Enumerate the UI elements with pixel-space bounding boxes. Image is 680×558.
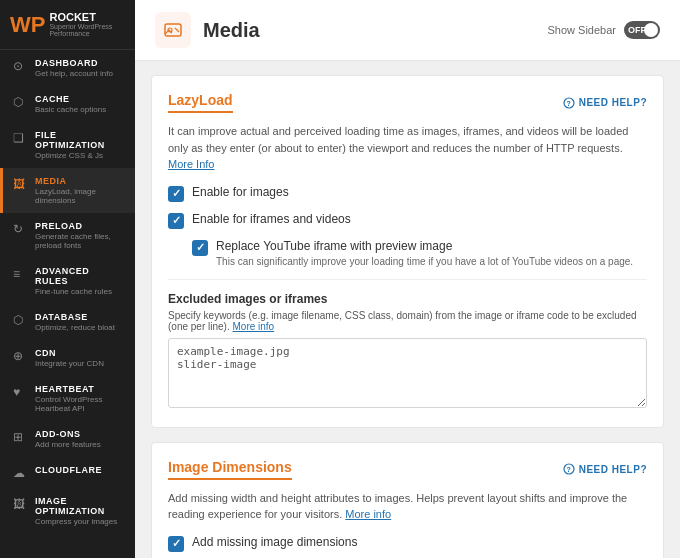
cloudflare-icon: ☁ (13, 466, 27, 480)
lazyload-section-header: LazyLoad ? NEED HELP? (168, 92, 647, 113)
sidebar-item-cache-sub: Basic cache options (35, 105, 106, 114)
sidebar-item-cache-title: CACHE (35, 94, 106, 104)
image-dimensions-need-help-label: NEED HELP? (579, 464, 647, 475)
sidebar-item-cloudflare-title: Cloudflare (35, 465, 102, 475)
sidebar-item-media-sub: LazyLoad, image dimensions (35, 187, 125, 205)
file-optimization-icon: ❑ (13, 131, 27, 145)
show-sidebar-toggle[interactable]: OFF (624, 21, 660, 39)
cdn-icon: ⊕ (13, 349, 27, 363)
lazyload-section: LazyLoad ? NEED HELP? It can improve act… (151, 75, 664, 428)
image-dimensions-description: Add missing width and height attributes … (168, 490, 647, 523)
replace-youtube-checkbox[interactable] (192, 240, 208, 256)
image-dimensions-section-header: Image Dimensions ? NEED HELP? (168, 459, 647, 480)
logo: WP ROCKET Superior WordPress Performance (0, 0, 135, 50)
svg-text:?: ? (566, 100, 571, 107)
sidebar-item-dashboard-sub: Get help, account info (35, 69, 113, 78)
heartbeat-icon: ♥ (13, 385, 27, 399)
svg-rect-0 (165, 24, 181, 36)
sidebar-item-heartbeat[interactable]: ♥ HEARTBEAT Control WordPress Heartbeat … (0, 376, 135, 421)
page-header: Media Show Sidebar OFF (135, 0, 680, 61)
sidebar-item-image-optimization-title: IMAGE OPTIMIZATION (35, 496, 125, 516)
sidebar-item-add-ons-title: ADD-ONS (35, 429, 101, 439)
image-dimensions-section: Image Dimensions ? NEED HELP? Add missin… (151, 442, 664, 559)
sidebar-item-preload-sub: Generate cache files, preload fonts (35, 232, 125, 250)
excluded-textarea[interactable] (168, 338, 647, 408)
sidebar-item-database-sub: Optimize, reduce bloat (35, 323, 115, 332)
advanced-rules-icon: ≡ (13, 267, 27, 281)
enable-images-checkbox[interactable] (168, 186, 184, 202)
sidebar-item-preload-title: PRELOAD (35, 221, 125, 231)
enable-iframes-checkbox[interactable] (168, 213, 184, 229)
page-icon (155, 12, 191, 48)
sidebar-item-advanced-rules-title: ADVANCED RULES (35, 266, 125, 286)
add-image-dimensions-option: Add missing image dimensions (168, 535, 647, 552)
image-dimensions-more-info-link[interactable]: More info (345, 508, 391, 520)
image-dimensions-need-help[interactable]: ? NEED HELP? (563, 463, 647, 475)
replace-youtube-option: Replace YouTube iframe with preview imag… (192, 239, 647, 267)
enable-images-option: Enable for images (168, 185, 647, 202)
sidebar-item-database-title: DATABASE (35, 312, 115, 322)
excluded-sub: Specify keywords (e.g. image filename, C… (168, 310, 647, 332)
sidebar-item-cache[interactable]: ⬡ CACHE Basic cache options (0, 86, 135, 122)
page-title-area: Media (155, 12, 260, 48)
show-sidebar-area: Show Sidebar OFF (548, 21, 661, 39)
sidebar-item-file-optimization-sub: Optimize CSS & Js (35, 151, 125, 160)
replace-youtube-label: Replace YouTube iframe with preview imag… (216, 239, 633, 253)
logo-wp: WP (10, 12, 45, 37)
sidebar-item-heartbeat-sub: Control WordPress Heartbeat API (35, 395, 125, 413)
preload-icon: ↻ (13, 222, 27, 236)
excluded-section: Excluded images or iframes Specify keywo… (168, 292, 647, 411)
divider (168, 279, 647, 280)
sidebar-item-image-optimization[interactable]: 🖼 IMAGE OPTIMIZATION Compress your image… (0, 488, 135, 534)
replace-youtube-row: Replace YouTube iframe with preview imag… (192, 239, 647, 267)
enable-iframes-label: Enable for iframes and videos (192, 212, 351, 226)
sidebar-item-preload[interactable]: ↻ PRELOAD Generate cache files, preload … (0, 213, 135, 258)
sidebar-item-dashboard[interactable]: ⊙ DASHBOARD Get help, account info (0, 50, 135, 86)
excluded-label: Excluded images or iframes (168, 292, 647, 306)
main-content: Media Show Sidebar OFF LazyLoad ? NEED H… (135, 0, 680, 558)
help-icon: ? (563, 97, 575, 109)
enable-iframes-option: Enable for iframes and videos (168, 212, 647, 229)
sidebar-item-heartbeat-title: HEARTBEAT (35, 384, 125, 394)
sidebar-item-media[interactable]: 🖼 MEDIA LazyLoad, image dimensions (0, 168, 135, 213)
sidebar-item-file-optimization[interactable]: ❑ FILE OPTIMIZATION Optimize CSS & Js (0, 122, 135, 168)
enable-images-label: Enable for images (192, 185, 289, 199)
lazyload-title: LazyLoad (168, 92, 233, 113)
lazyload-need-help[interactable]: ? NEED HELP? (563, 97, 647, 109)
sidebar-item-add-ons-sub: Add more features (35, 440, 101, 449)
lazyload-need-help-label: NEED HELP? (579, 97, 647, 108)
replace-youtube-sub: This can significantly improve your load… (216, 256, 633, 267)
sidebar-nav: ⊙ DASHBOARD Get help, account info ⬡ CAC… (0, 50, 135, 558)
image-dimensions-title: Image Dimensions (168, 459, 292, 480)
page-title: Media (203, 19, 260, 42)
sidebar-item-file-optimization-title: FILE OPTIMIZATION (35, 130, 125, 150)
sidebar-item-cloudflare[interactable]: ☁ Cloudflare (0, 457, 135, 488)
lazyload-description: It can improve actual and perceived load… (168, 123, 647, 173)
sidebar-item-advanced-rules[interactable]: ≡ ADVANCED RULES Fine-tune cache rules (0, 258, 135, 304)
help-icon-2: ? (563, 463, 575, 475)
toggle-knob (644, 23, 658, 37)
sidebar-item-dashboard-title: DASHBOARD (35, 58, 113, 68)
svg-text:?: ? (566, 466, 571, 473)
sidebar-item-cdn[interactable]: ⊕ CDN Integrate your CDN (0, 340, 135, 376)
media-icon: 🖼 (13, 177, 27, 191)
sidebar-item-database[interactable]: ⬡ DATABASE Optimize, reduce bloat (0, 304, 135, 340)
sidebar-item-add-ons[interactable]: ⊞ ADD-ONS Add more features (0, 421, 135, 457)
logo-sub: Superior WordPress Performance (49, 23, 125, 37)
sidebar: WP ROCKET Superior WordPress Performance… (0, 0, 135, 558)
add-image-dimensions-checkbox[interactable] (168, 536, 184, 552)
sidebar-item-advanced-rules-sub: Fine-tune cache rules (35, 287, 125, 296)
sidebar-item-cdn-sub: Integrate your CDN (35, 359, 104, 368)
add-ons-icon: ⊞ (13, 430, 27, 444)
add-image-dimensions-label: Add missing image dimensions (192, 535, 357, 549)
cache-icon: ⬡ (13, 95, 27, 109)
sidebar-item-media-title: MEDIA (35, 176, 125, 186)
sidebar-item-cdn-title: CDN (35, 348, 104, 358)
lazyload-more-info-link[interactable]: More Info (168, 158, 214, 170)
excluded-more-info-link[interactable]: More info (232, 321, 274, 332)
image-optimization-icon: 🖼 (13, 497, 27, 511)
database-icon: ⬡ (13, 313, 27, 327)
dashboard-icon: ⊙ (13, 59, 27, 73)
sidebar-item-image-optimization-sub: Compress your images (35, 517, 125, 526)
show-sidebar-label: Show Sidebar (548, 24, 617, 36)
